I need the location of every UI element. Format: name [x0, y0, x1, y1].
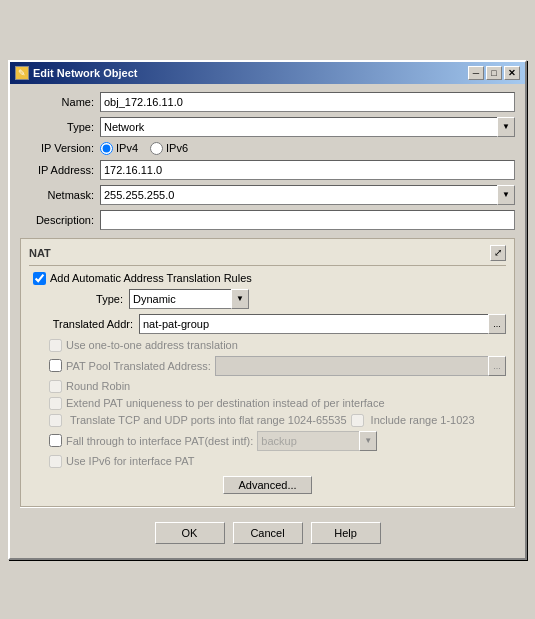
- round-robin-checkbox[interactable]: [49, 380, 62, 393]
- netmask-row: Netmask: 255.255.255.0 255.255.0.0 255.0…: [20, 185, 515, 205]
- advanced-button[interactable]: Advanced...: [223, 476, 311, 494]
- nat-title: NAT: [29, 247, 51, 259]
- ipv6-radio[interactable]: [150, 142, 163, 155]
- description-row: Description:: [20, 210, 515, 230]
- nat-type-label: Type:: [29, 293, 129, 305]
- netmask-select-wrapper: 255.255.255.0 255.255.0.0 255.0.0.0 ▼: [100, 185, 515, 205]
- translated-addr-label: Translated Addr:: [29, 318, 139, 330]
- translated-addr-browse-button[interactable]: ...: [488, 314, 506, 334]
- fall-through-checkbox[interactable]: [49, 434, 62, 447]
- use-ipv6-label: Use IPv6 for interface PAT: [66, 455, 195, 467]
- title-buttons: ─ □ ✕: [468, 66, 520, 80]
- use-ipv6-row: Use IPv6 for interface PAT: [29, 455, 506, 468]
- add-auto-label: Add Automatic Address Translation Rules: [50, 272, 252, 284]
- fall-through-select[interactable]: backup inside outside: [257, 431, 377, 451]
- nat-header: NAT ⤢: [29, 245, 506, 266]
- main-content: Name: Type: Network Host Range ▼ IP Vers…: [10, 84, 525, 558]
- window-icon: ✎: [15, 66, 29, 80]
- divider: [20, 507, 515, 508]
- add-auto-row: Add Automatic Address Translation Rules: [29, 272, 506, 285]
- pat-pool-field[interactable]: [215, 356, 506, 376]
- name-field[interactable]: [100, 92, 515, 112]
- cancel-button[interactable]: Cancel: [233, 522, 303, 544]
- description-label: Description:: [20, 214, 100, 226]
- nat-type-select-wrapper: Dynamic Static ▼: [129, 289, 249, 309]
- round-robin-label: Round Robin: [66, 380, 130, 392]
- title-bar-left: ✎ Edit Network Object: [15, 66, 138, 80]
- ip-version-row: IP Version: IPv4 IPv6: [20, 142, 515, 155]
- type-label: Type:: [20, 121, 100, 133]
- use-one-to-one-checkbox[interactable]: [49, 339, 62, 352]
- edit-network-object-window: ✎ Edit Network Object ─ □ ✕ Name: Type: …: [8, 60, 527, 560]
- use-one-to-one-label: Use one-to-one address translation: [66, 339, 238, 351]
- extend-pat-checkbox[interactable]: [49, 397, 62, 410]
- use-one-to-one-row: Use one-to-one address translation: [29, 339, 506, 352]
- window-title: Edit Network Object: [33, 67, 138, 79]
- nat-section: NAT ⤢ Add Automatic Address Translation …: [20, 238, 515, 507]
- pat-pool-row: PAT Pool Translated Address: ...: [29, 356, 506, 376]
- ipv4-radio-label[interactable]: IPv4: [100, 142, 138, 155]
- translated-addr-wrapper: ...: [139, 314, 506, 334]
- fall-through-select-wrapper: backup inside outside ▼: [257, 431, 377, 451]
- include-range-label: Include range 1-1023: [371, 414, 475, 426]
- maximize-button[interactable]: □: [486, 66, 502, 80]
- ipv6-label: IPv6: [166, 142, 188, 154]
- ip-address-row: IP Address:: [20, 160, 515, 180]
- pat-pool-browse-button[interactable]: ...: [488, 356, 506, 376]
- ok-button[interactable]: OK: [155, 522, 225, 544]
- nat-type-select[interactable]: Dynamic Static: [129, 289, 249, 309]
- ip-version-radio-group: IPv4 IPv6: [100, 142, 188, 155]
- fall-through-row: Fall through to interface PAT(dest intf)…: [29, 431, 506, 451]
- help-button[interactable]: Help: [311, 522, 381, 544]
- type-select[interactable]: Network Host Range: [100, 117, 515, 137]
- translated-addr-field[interactable]: [139, 314, 506, 334]
- add-auto-checkbox[interactable]: [33, 272, 46, 285]
- extend-pat-label: Extend PAT uniqueness to per destination…: [66, 397, 385, 409]
- pat-pool-label: PAT Pool Translated Address:: [66, 360, 211, 372]
- title-bar: ✎ Edit Network Object ─ □ ✕: [10, 62, 525, 84]
- ip-version-label: IP Version:: [20, 142, 100, 154]
- name-label: Name:: [20, 96, 100, 108]
- include-range-checkbox[interactable]: [351, 414, 364, 427]
- description-field[interactable]: [100, 210, 515, 230]
- use-ipv6-checkbox[interactable]: [49, 455, 62, 468]
- extend-pat-row: Extend PAT uniqueness to per destination…: [29, 397, 506, 410]
- fall-through-label: Fall through to interface PAT(dest intf)…: [66, 435, 253, 447]
- minimize-button[interactable]: ─: [468, 66, 484, 80]
- round-robin-row: Round Robin: [29, 380, 506, 393]
- ipv6-radio-label[interactable]: IPv6: [150, 142, 188, 155]
- ip-address-label: IP Address:: [20, 164, 100, 176]
- type-select-wrapper: Network Host Range ▼: [100, 117, 515, 137]
- nat-type-row: Type: Dynamic Static ▼: [29, 289, 506, 309]
- pat-pool-checkbox[interactable]: [49, 359, 62, 372]
- nat-collapse-button[interactable]: ⤢: [490, 245, 506, 261]
- name-row: Name:: [20, 92, 515, 112]
- translate-tcp-checkbox[interactable]: [49, 414, 62, 427]
- netmask-select[interactable]: 255.255.255.0 255.255.0.0 255.0.0.0: [100, 185, 515, 205]
- type-row: Type: Network Host Range ▼: [20, 117, 515, 137]
- ipv4-radio[interactable]: [100, 142, 113, 155]
- ipv4-label: IPv4: [116, 142, 138, 154]
- translate-tcp-row: Translate TCP and UDP ports into flat ra…: [29, 414, 506, 427]
- ip-address-field[interactable]: [100, 160, 515, 180]
- bottom-buttons: OK Cancel Help: [20, 514, 515, 550]
- close-button[interactable]: ✕: [504, 66, 520, 80]
- translated-addr-row: Translated Addr: ...: [29, 314, 506, 334]
- pat-pool-input-wrapper: ...: [215, 356, 506, 376]
- netmask-label: Netmask:: [20, 189, 100, 201]
- translate-tcp-label: Translate TCP and UDP ports into flat ra…: [70, 414, 347, 426]
